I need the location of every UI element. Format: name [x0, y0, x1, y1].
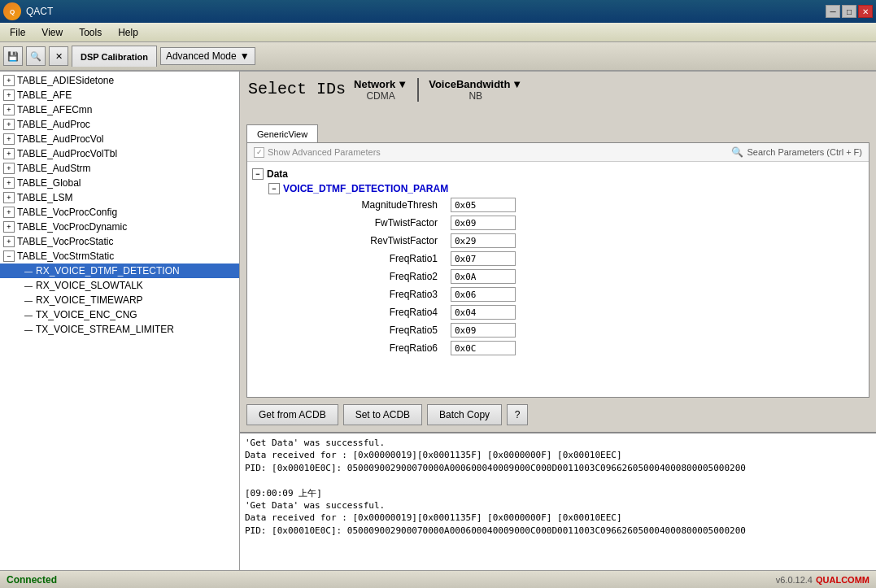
param-value-input[interactable]: [451, 198, 516, 212]
search-label: Search Parameters (Ctrl + F): [747, 147, 862, 157]
log-line: Data received for : [0x00000019][0x00011…: [245, 449, 871, 461]
menu-tools[interactable]: Tools: [76, 25, 105, 40]
close-button[interactable]: ✕: [858, 5, 873, 18]
param-value-input[interactable]: [451, 269, 516, 284]
tree-item[interactable]: +TABLE_AudProc: [0, 117, 239, 132]
help-button[interactable]: ?: [507, 404, 528, 425]
tree-item[interactable]: +TABLE_AudProcVolTbl: [0, 146, 239, 161]
param-label: FreqRatio5: [298, 324, 444, 336]
tree-item-label: TABLE_AFE: [17, 89, 72, 101]
tree-item[interactable]: +TABLE_VocProcStatic: [0, 234, 239, 249]
param-label: FreqRatio6: [298, 342, 444, 354]
tree-item-label: TX_VOICE_STREAM_LIMITER: [36, 324, 174, 335]
tree-item[interactable]: —TX_VOICE_STREAM_LIMITER: [0, 322, 239, 337]
param-row: FreqRatio6: [268, 339, 864, 357]
data-tree: − Data − VOICE_DTMF_DETECTION_PARAM Magn…: [247, 162, 869, 397]
batch-copy-button[interactable]: Batch Copy: [427, 404, 502, 425]
dsp-calibration-tab[interactable]: DSP Calibration: [72, 46, 157, 67]
right-panel: Select IDs Network ▼ CDMA VoiceBandwidth…: [240, 72, 876, 570]
log-line: Data received for : [0x00000019][0x00011…: [245, 512, 871, 524]
app-logo: Q: [3, 2, 21, 20]
show-advanced-checkbox[interactable]: ✓: [254, 147, 264, 158]
tree-item[interactable]: —RX_VOICE_SLOWTALK: [0, 278, 239, 293]
tree-item[interactable]: —RX_VOICE_DTMF_DETECTION: [0, 264, 239, 278]
param-row: FwTwistFactor: [268, 214, 864, 232]
param-group-collapse-btn[interactable]: −: [268, 183, 280, 194]
param-value-input[interactable]: [451, 341, 516, 355]
tree-item-label: TABLE_LSM: [17, 192, 72, 203]
tree-item[interactable]: −TABLE_VocStrmStatic: [0, 249, 239, 264]
param-label: MagnitudeThresh: [298, 199, 444, 211]
tree-item-label: TABLE_AFECmn: [17, 104, 92, 115]
dropdown-arrow-icon: ▼: [240, 50, 250, 62]
advanced-mode-dropdown[interactable]: Advanced Mode ▼: [160, 47, 255, 65]
menu-help[interactable]: Help: [115, 25, 142, 40]
select-ids-title: Select IDs: [248, 80, 346, 98]
network-value: CDMA: [366, 90, 394, 102]
get-from-acdb-button[interactable]: Get from ACDB: [246, 404, 338, 425]
data-section: − Data − VOICE_DTMF_DETECTION_PARAM Magn…: [247, 165, 869, 359]
tree-item-label: TABLE_AudProcVolTbl: [17, 148, 117, 159]
tree-item[interactable]: +TABLE_Global: [0, 176, 239, 190]
param-value-input[interactable]: [451, 323, 516, 338]
param-row: FreqRatio5: [268, 321, 864, 339]
param-row: FreqRatio1: [268, 250, 864, 268]
title-bar: Q QACT ─ □ ✕: [0, 0, 876, 23]
tree-item[interactable]: +TABLE_VocProcDynamic: [0, 220, 239, 234]
menu-bar: File View Tools Help: [0, 23, 876, 42]
menu-file[interactable]: File: [7, 25, 28, 40]
param-value-input[interactable]: [451, 305, 516, 320]
tree-item-label: RX_VOICE_TIMEWARP: [36, 294, 143, 306]
log-line: 'Get Data' was successful.: [245, 499, 871, 512]
minimize-button[interactable]: ─: [826, 5, 840, 18]
toolbar-btn-3[interactable]: ✕: [49, 46, 68, 66]
title-bar-controls: ─ □ ✕: [826, 5, 873, 18]
log-line: 'Get Data' was successful.: [245, 437, 871, 449]
tree-item-label: RX_VOICE_DTMF_DETECTION: [36, 265, 180, 277]
param-label: FreqRatio1: [298, 253, 444, 264]
tree-item-label: TABLE_VocStrmStatic: [17, 250, 114, 262]
set-to-acdb-button[interactable]: Set to ACDB: [343, 404, 422, 425]
menu-view[interactable]: View: [38, 25, 66, 40]
param-value-input[interactable]: [451, 216, 516, 230]
tab-genericview[interactable]: GenericView: [246, 124, 318, 142]
param-value-input[interactable]: [451, 233, 516, 248]
title-bar-left: Q QACT: [3, 2, 53, 20]
tree-item[interactable]: +TABLE_LSM: [0, 190, 239, 205]
tree-item[interactable]: —TX_VOICE_ENC_CNG: [0, 307, 239, 322]
tab-bar: GenericView: [246, 124, 869, 142]
tree-item-label: TABLE_AudStrm: [17, 163, 90, 174]
param-value-input[interactable]: [451, 251, 516, 266]
toolbar-btn-2[interactable]: 🔍: [26, 46, 46, 66]
param-label: FreqRatio2: [298, 271, 444, 282]
data-collapse-btn[interactable]: −: [252, 168, 264, 180]
tree-item-label: TABLE_VocProcConfig: [17, 207, 117, 218]
tree-item[interactable]: +TABLE_AFECmn: [0, 102, 239, 117]
select-ids-header: Select IDs Network ▼ CDMA VoiceBandwidth…: [240, 72, 876, 124]
qualcomm-logo: QUALCOMM: [816, 575, 869, 585]
tree-item[interactable]: +TABLE_AFE: [0, 88, 239, 102]
toolbar-btn-1[interactable]: 💾: [3, 46, 23, 66]
maximize-button[interactable]: □: [842, 5, 856, 18]
tree-item-label: TX_VOICE_ENC_CNG: [36, 309, 137, 320]
network-label: Network ▼: [354, 78, 407, 90]
content-area: GenericView ✓ Show Advanced Parameters 🔍…: [240, 124, 876, 398]
tree-item-label: TABLE_VocProcStatic: [17, 236, 114, 247]
tree-item[interactable]: +TABLE_VocProcConfig: [0, 205, 239, 220]
log-area: 'Get Data' was successful.Data received …: [240, 432, 876, 570]
app-title: QACT: [26, 6, 53, 17]
tree-item[interactable]: +TABLE_ADIESidetone: [0, 73, 239, 88]
tree-item[interactable]: —RX_VOICE_TIMEWARP: [0, 293, 239, 307]
tree-item[interactable]: +TABLE_AudStrm: [0, 161, 239, 176]
tree-item[interactable]: +TABLE_AudProcVol: [0, 132, 239, 146]
tree-item-label: TABLE_AudProcVol: [17, 133, 104, 145]
param-row: MagnitudeThresh: [268, 196, 864, 214]
log-line: PID: [0x00010E0C]: 050009002900070000A00…: [245, 462, 871, 474]
param-value-input[interactable]: [451, 287, 516, 302]
show-advanced: ✓ Show Advanced Parameters: [254, 147, 381, 158]
data-panel-toolbar: ✓ Show Advanced Parameters 🔍 Search Para…: [247, 143, 869, 162]
version-number: v6.0.12.4: [776, 575, 813, 585]
param-group-name: VOICE_DTMF_DETECTION_PARAM: [283, 183, 448, 194]
log-line: PID: [0x00010E0C]: 050009002900070000A00…: [245, 525, 871, 537]
search-box[interactable]: 🔍 Search Parameters (Ctrl + F): [731, 146, 862, 158]
